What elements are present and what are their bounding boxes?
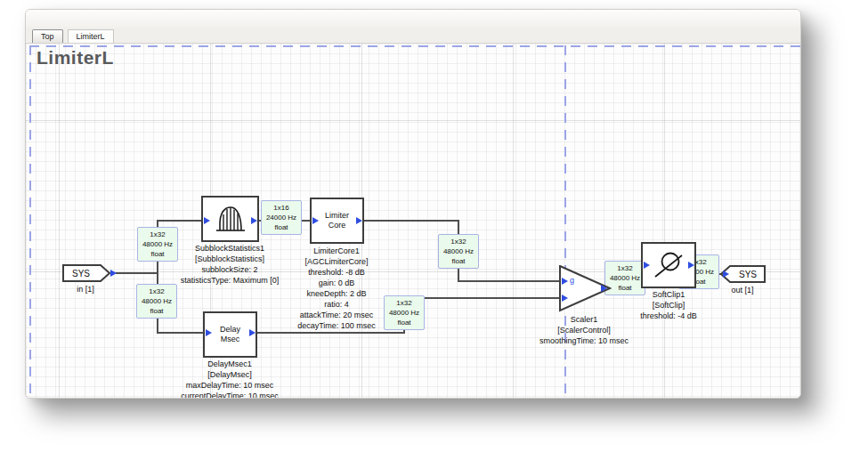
page-boundary-top xyxy=(29,45,800,47)
block-caption: LimiterCore1 [AGCLimiterCore] threshold:… xyxy=(261,246,412,331)
input-pin-icon[interactable] xyxy=(562,278,568,285)
softclip-curve-icon xyxy=(650,248,687,282)
sys-output-label: SYS xyxy=(730,270,766,279)
wire-segment xyxy=(116,272,158,274)
gain-pin-label: g xyxy=(570,277,574,285)
output-pin-icon[interactable] xyxy=(249,329,256,336)
wire-segment xyxy=(257,332,405,334)
wire-segment xyxy=(403,297,562,299)
input-pin-icon[interactable] xyxy=(204,217,210,224)
input-port-caption: in [1] xyxy=(50,284,121,295)
window-titlebar xyxy=(26,10,800,28)
input-pin-icon[interactable] xyxy=(562,295,568,302)
input-pin-icon[interactable] xyxy=(312,217,319,224)
wire-format-label: 1x16 24000 Hz float xyxy=(261,200,302,235)
output-pin-icon[interactable] xyxy=(688,262,694,269)
input-pin-icon[interactable] xyxy=(644,262,650,269)
output-port-caption: out [1] xyxy=(707,285,778,295)
wire-format-label: 1x32 48000 Hz float xyxy=(136,284,177,319)
tab-top[interactable]: Top xyxy=(32,29,63,43)
tab-limiterl[interactable]: LimiterL xyxy=(68,29,114,43)
wire-segment xyxy=(157,220,203,222)
wire-segment xyxy=(364,220,459,222)
design-canvas[interactable]: LimiterL 1x32 48000 Hz float 1x32 48000 … xyxy=(26,44,800,399)
tab-bar: Top LimiterL xyxy=(26,28,800,44)
output-pin-icon[interactable] xyxy=(601,285,607,292)
output-pin-icon[interactable] xyxy=(110,270,117,277)
output-pin-icon[interactable] xyxy=(356,217,362,224)
sys-input-label: SYS xyxy=(62,269,100,278)
wire-format-label: 1x32 48000 Hz float xyxy=(438,234,479,269)
block-caption: DelayMsec1 [DelayMsec] maxDelayTime: 10 … xyxy=(154,359,305,399)
output-pin-icon[interactable] xyxy=(251,217,257,224)
input-pin-icon[interactable] xyxy=(723,270,729,278)
page-boundary-left xyxy=(29,45,31,399)
histogram-icon xyxy=(214,204,247,234)
wire-segment xyxy=(157,332,205,334)
input-pin-icon[interactable] xyxy=(206,329,212,336)
subsystem-title: LimiterL xyxy=(37,47,114,69)
wire-segment xyxy=(458,280,562,282)
designer-window: Top LimiterL LimiterL 1x32 48000 Hz floa… xyxy=(25,9,801,399)
